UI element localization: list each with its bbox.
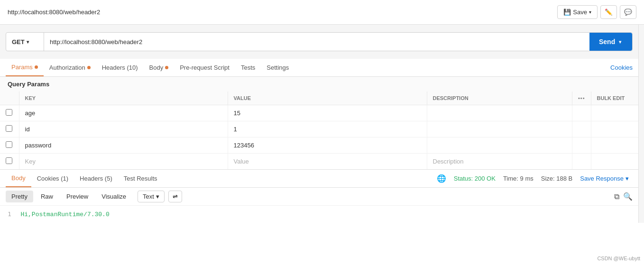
send-button[interactable]: Send ▾ (589, 33, 632, 51)
wrap-icon: ⇌ (173, 193, 178, 200)
top-bar: http://localhost:8080/web/header2 💾 Save… (0, 0, 644, 25)
response-tabs-row: Body Cookies (1) Headers (5) Test Result… (0, 170, 638, 188)
row-checkbox[interactable] (6, 141, 12, 148)
text-type-dropdown[interactable]: Text ▾ (138, 191, 165, 202)
url-bar: GET ▾ Send ▾ (6, 32, 633, 51)
save-response-chevron-icon: ▾ (626, 175, 629, 182)
new-row-key-cell[interactable]: Key (19, 154, 228, 170)
new-row-desc-cell[interactable]: Description (427, 154, 572, 170)
top-bar-actions: 💾 Save ▾ ✏️ 💬 (557, 5, 636, 19)
search-button[interactable]: 🔍 (623, 192, 633, 201)
new-row-value-cell[interactable]: Value (228, 154, 427, 170)
text-dropdown-chevron-icon: ▾ (156, 193, 159, 200)
resp-status-area: 🌐 Status: 200 OK Time: 9 ms Size: 188 B … (437, 174, 633, 183)
code-area: 1 Hi,PostmanRuntime/7.30.0 (0, 206, 638, 223)
row-actions-cell (572, 137, 591, 154)
row-value-cell[interactable]: 1 (228, 121, 427, 137)
scrollbar[interactable] (638, 25, 644, 223)
new-param-row: Key Value Description (0, 154, 638, 170)
main-layout: GET ▾ Send ▾ Params Authorization (0, 25, 644, 223)
resp-tab-body[interactable]: Body (6, 170, 31, 187)
new-row-bulk-cell (591, 154, 638, 170)
col-bulk-edit[interactable]: Bulk Edit (591, 91, 638, 105)
fmt-tab-raw[interactable]: Raw (35, 191, 59, 202)
authorization-dot (87, 66, 91, 69)
save-button[interactable]: 💾 Save ▾ (557, 5, 598, 19)
key-placeholder: Key (25, 158, 36, 165)
copy-button[interactable]: ⧉ (614, 192, 619, 201)
row-key-cell[interactable]: age (19, 105, 228, 121)
cookies-link[interactable]: Cookies (610, 64, 633, 71)
table-row: age 15 (0, 105, 638, 121)
new-row-actions-cell (572, 154, 591, 170)
row-desc-cell[interactable] (427, 105, 572, 121)
response-section: Body Cookies (1) Headers (5) Test Result… (0, 169, 638, 223)
watermark: CSDN @WE-ubytt (597, 256, 640, 261)
row-actions-cell (572, 121, 591, 137)
value-placeholder: Value (234, 158, 249, 165)
col-key: KEY (19, 91, 228, 105)
row-value-cell[interactable]: 15 (228, 105, 427, 121)
body-dot (165, 66, 168, 69)
new-row-checkbox[interactable] (6, 157, 12, 164)
row-bulk-cell (591, 105, 638, 121)
more-icon[interactable]: ••• (578, 95, 585, 101)
wrap-button[interactable]: ⇌ (168, 191, 182, 202)
params-dot (35, 65, 38, 69)
col-checkbox (0, 91, 19, 105)
row-value-cell[interactable]: 123456 (228, 137, 427, 154)
row-desc-cell[interactable] (427, 121, 572, 137)
tab-authorization[interactable]: Authorization (44, 59, 96, 76)
fmt-tab-visualize[interactable]: Visualize (96, 191, 132, 202)
tab-params[interactable]: Params (6, 59, 44, 76)
save-icon: 💾 (563, 9, 571, 16)
edit-button[interactable]: ✏️ (600, 5, 617, 19)
save-response-button[interactable]: Save Response ▾ (580, 175, 629, 182)
tab-tests[interactable]: Tests (235, 59, 261, 76)
row-bulk-cell (591, 137, 638, 154)
resp-tab-test-results[interactable]: Test Results (118, 170, 163, 187)
new-row-checkbox-cell (0, 154, 19, 170)
row-actions-cell (572, 105, 591, 121)
method-select[interactable]: GET ▾ (6, 33, 44, 51)
url-section: GET ▾ Send ▾ (0, 25, 638, 59)
fmt-tab-pretty[interactable]: Pretty (6, 191, 33, 202)
status-time: Time: 9 ms (503, 175, 534, 182)
row-checkbox-cell (0, 105, 19, 121)
row-desc-cell[interactable] (427, 137, 572, 154)
row-key-cell[interactable]: id (19, 121, 228, 137)
url-input[interactable] (44, 33, 589, 51)
row-checkbox[interactable] (6, 125, 12, 132)
tab-prerequest[interactable]: Pre-request Script (174, 59, 235, 76)
col-actions: ••• (572, 91, 591, 105)
query-params-table: KEY VALUE DESCRIPTION ••• Bulk Edit age (0, 91, 638, 169)
globe-icon: 🌐 (437, 174, 446, 183)
tab-headers[interactable]: Headers (10) (96, 59, 144, 76)
send-chevron-icon: ▾ (619, 39, 621, 45)
row-checkbox-cell (0, 137, 19, 154)
row-checkbox[interactable] (6, 109, 12, 116)
pencil-icon: ✏️ (605, 9, 613, 16)
tab-settings[interactable]: Settings (261, 59, 294, 76)
comment-button[interactable]: 💬 (620, 5, 636, 19)
query-params-label: Query Params (0, 77, 638, 91)
row-bulk-cell (591, 121, 638, 137)
row-checkbox-cell (0, 121, 19, 137)
col-value: VALUE (228, 91, 427, 105)
description-placeholder: Description (433, 158, 464, 165)
request-tabs-row: Params Authorization Headers (10) Body P… (0, 59, 638, 77)
table-row: id 1 (0, 121, 638, 137)
format-right-actions: ⧉ 🔍 (614, 192, 633, 201)
status-size: Size: 188 B (541, 175, 573, 182)
tab-body[interactable]: Body (144, 59, 175, 76)
status-ok: Status: 200 OK (454, 175, 496, 182)
row-key-cell[interactable]: password (19, 137, 228, 154)
fmt-tab-preview[interactable]: Preview (61, 191, 94, 202)
resp-tab-cookies[interactable]: Cookies (1) (31, 170, 74, 187)
comment-icon: 💬 (624, 9, 632, 16)
resp-tab-headers[interactable]: Headers (5) (74, 170, 118, 187)
col-description: DESCRIPTION (427, 91, 572, 105)
line-number: 1 (8, 210, 11, 218)
save-chevron-icon: ▾ (589, 9, 591, 15)
format-bar: Pretty Raw Preview Visualize Text ▾ ⇌ ⧉ … (0, 188, 638, 206)
